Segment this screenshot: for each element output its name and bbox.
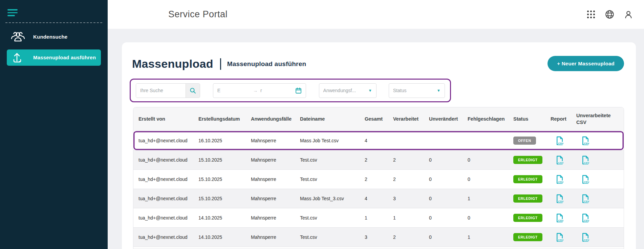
report-csv-icon[interactable]: CSV xyxy=(556,175,563,184)
sidebar-item-kundensuche[interactable]: Kundensuche xyxy=(7,28,101,46)
column-header: Erstellungsdatum xyxy=(198,116,251,123)
column-header: Unverändert xyxy=(429,116,468,123)
cell: 15.10.2025 xyxy=(198,177,251,182)
table-row: tua_hd+@nexnet.cloud15.10.2025Mahnsperre… xyxy=(133,189,624,208)
topbar: Service Portal xyxy=(108,0,644,29)
search-input[interactable] xyxy=(136,84,186,98)
new-massenupload-button[interactable]: + Neuer Massenupload xyxy=(548,56,624,71)
status-badge: ERLEDIGT xyxy=(513,175,542,183)
cell: tua_hd+@nexnet.cloud xyxy=(138,196,198,201)
cell: 15.10.2025 xyxy=(198,196,251,201)
cell: 15.10.2025 xyxy=(198,157,251,163)
unprocessed-csv-icon[interactable]: CSV xyxy=(582,136,589,145)
cell: 1 xyxy=(468,196,513,201)
cell: Mahnsperre xyxy=(251,234,300,240)
cell: Mass Job Test.csv xyxy=(300,138,365,143)
table-row: tua_hd+@nexnet.cloud16.10.2025Mahnsperre… xyxy=(133,131,624,150)
column-header: Fehlgeschlagen xyxy=(468,116,513,123)
cell: tua_hd+@nexnet.cloud xyxy=(138,234,198,240)
cell: 0 xyxy=(429,157,468,163)
column-header: Verarbeitet xyxy=(393,116,429,123)
report-csv-icon[interactable]: CSV xyxy=(556,233,563,242)
svg-text:CSV: CSV xyxy=(584,161,589,164)
cell: 1 xyxy=(365,215,393,221)
cell: Test.csv xyxy=(300,234,365,240)
column-header: Gesamt xyxy=(365,116,393,123)
cell: tua_hd+@nexnet.cloud xyxy=(138,177,198,182)
page-subtitle: Massenupload ausführen xyxy=(227,60,306,68)
svg-text:CSV: CSV xyxy=(558,181,563,184)
table-row-partial xyxy=(133,247,624,249)
status-badge: ERLEDIGT xyxy=(513,233,542,241)
status-badge: ERLEDIGT xyxy=(513,194,542,203)
table-row: tua_hd+@nexnet.cloud15.10.2025Mahnsperre… xyxy=(133,169,624,189)
report-csv-icon[interactable]: CSV xyxy=(556,155,563,165)
calendar-icon[interactable] xyxy=(295,87,302,94)
svg-text:CSV: CSV xyxy=(584,219,589,222)
status-badge: ERLEDIGT xyxy=(513,156,542,164)
unprocessed-csv-icon[interactable]: CSV xyxy=(582,233,589,242)
unprocessed-csv-icon[interactable]: CSV xyxy=(582,175,589,184)
svg-text:CSV: CSV xyxy=(558,200,563,203)
date-range-picker[interactable]: E → r xyxy=(213,83,306,98)
unprocessed-csv-icon[interactable]: CSV xyxy=(582,213,589,223)
hamburger-menu-icon[interactable] xyxy=(7,9,18,16)
report-csv-icon[interactable]: CSV xyxy=(556,194,563,203)
cell: Mahnsperre xyxy=(251,196,300,201)
cell: 14.10.2025 xyxy=(198,215,251,221)
cell: 3 xyxy=(365,234,393,240)
unprocessed-csv-icon[interactable]: CSV xyxy=(582,155,589,165)
sidebar-divider xyxy=(5,22,102,23)
status-badge: ERLEDIGT xyxy=(513,214,542,222)
svg-text:CSV: CSV xyxy=(584,181,589,184)
svg-text:CSV: CSV xyxy=(558,142,563,145)
table-header-row: Erstellt vonErstellungsdatumAnwendungsfä… xyxy=(133,107,624,131)
svg-text:CSV: CSV xyxy=(584,238,589,242)
column-header: Erstellt von xyxy=(138,116,198,123)
sidebar-item-label: Massenupload ausführen xyxy=(33,55,96,60)
title-divider xyxy=(220,58,221,70)
status-dropdown[interactable]: Status ▼ xyxy=(389,83,445,98)
page-title: Massenupload xyxy=(132,57,213,70)
cell: 1 xyxy=(468,234,513,240)
cell: 0 xyxy=(429,215,468,221)
svg-text:CSV: CSV xyxy=(558,238,563,242)
sidebar-item-massenupload[interactable]: Massenupload ausführen xyxy=(7,49,101,66)
svg-text:CSV: CSV xyxy=(584,142,589,145)
massenupload-table: Erstellt vonErstellungsdatumAnwendungsfä… xyxy=(133,107,624,249)
status-badge: OFFEN xyxy=(513,137,536,145)
unprocessed-csv-icon[interactable]: CSV xyxy=(582,194,589,203)
column-header: Anwendungsfälle xyxy=(251,116,300,123)
main-content: Massenupload Massenupload ausführen + Ne… xyxy=(108,29,644,249)
cell: 2 xyxy=(393,157,429,163)
cell: 2 xyxy=(393,234,429,240)
cell: 0 xyxy=(468,215,513,221)
chevron-down-icon: ▼ xyxy=(368,88,372,92)
cell: 0 xyxy=(429,177,468,182)
cell: Mahnsperre xyxy=(251,138,300,143)
sidebar-item-label: Kundensuche xyxy=(33,34,67,40)
column-header: Unverarbeitete CSV xyxy=(576,112,624,126)
cell: Test.csv xyxy=(300,157,365,163)
filter-bar: E → r Anwendungsf... ▼ Status ▼ xyxy=(130,79,451,102)
cell: 0 xyxy=(468,157,513,163)
search-icon[interactable] xyxy=(186,84,200,98)
usecase-dropdown[interactable]: Anwendungsf... ▼ xyxy=(319,83,377,98)
svg-text:CSV: CSV xyxy=(584,200,589,203)
user-icon[interactable] xyxy=(624,10,633,19)
status-dropdown-value: Status xyxy=(393,88,407,93)
apps-grid-icon[interactable] xyxy=(586,10,596,19)
cell: Mahnsperre xyxy=(251,177,300,182)
sidebar: Kundensuche Massenupload ausführen xyxy=(0,0,108,249)
cell: 1 xyxy=(393,215,429,221)
table-row: tua_hd+@nexnet.cloud14.10.2025Mahnsperre… xyxy=(133,208,624,227)
table-body: tua_hd+@nexnet.cloud16.10.2025Mahnsperre… xyxy=(133,131,624,247)
report-csv-icon[interactable]: CSV xyxy=(556,213,563,223)
globe-icon[interactable] xyxy=(605,10,614,19)
cell: 2 xyxy=(365,157,393,163)
chevron-down-icon: ▼ xyxy=(437,88,441,92)
cell: Mahnsperre xyxy=(251,157,300,163)
cell: tua_hd+@nexnet.cloud xyxy=(138,157,198,163)
cell: 0 xyxy=(468,177,513,182)
report-csv-icon[interactable]: CSV xyxy=(556,136,563,145)
